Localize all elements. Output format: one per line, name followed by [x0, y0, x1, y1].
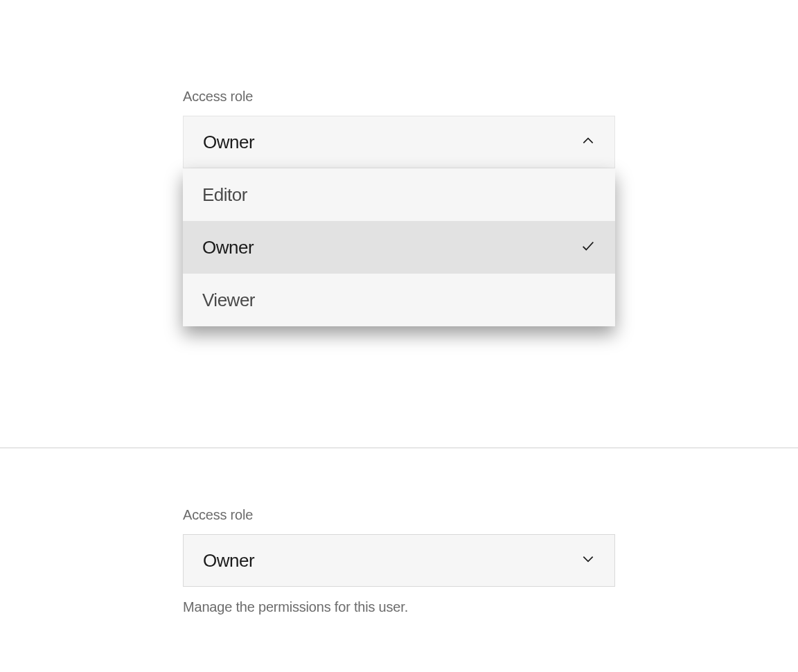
dropdown-option-viewer[interactable]: Viewer: [183, 274, 615, 326]
dropdown-selected-value: Owner: [203, 132, 254, 153]
dropdown-menu: Editor Owner Viewer: [183, 168, 615, 326]
access-role-field-open: Access role Owner Editor Owner Viewer: [183, 89, 615, 326]
dropdown-option-owner[interactable]: Owner: [183, 221, 615, 274]
check-icon: [580, 238, 596, 256]
example-divider: [0, 448, 798, 448]
access-role-dropdown[interactable]: Owner: [183, 116, 615, 168]
access-role-field-closed: Access role Owner Manage the permissions…: [183, 507, 615, 615]
option-label: Owner: [202, 237, 254, 258]
dropdown-selected-value: Owner: [203, 550, 254, 572]
field-label: Access role: [183, 507, 615, 523]
option-label: Editor: [202, 184, 247, 206]
access-role-dropdown[interactable]: Owner: [183, 534, 615, 587]
chevron-up-icon: [581, 134, 595, 150]
field-label: Access role: [183, 89, 615, 105]
option-label: Viewer: [202, 290, 255, 311]
helper-text: Manage the permissions for this user.: [183, 599, 615, 615]
dropdown-option-editor[interactable]: Editor: [183, 168, 615, 221]
chevron-down-icon: [581, 552, 595, 569]
